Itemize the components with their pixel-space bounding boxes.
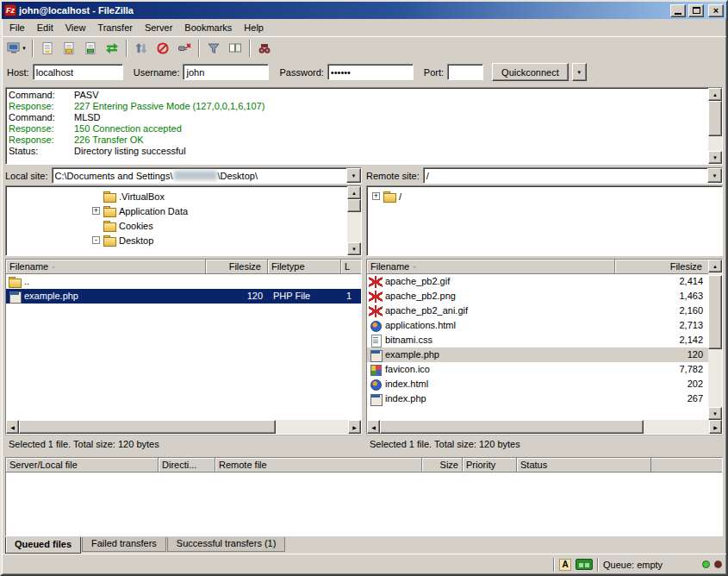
column-header[interactable]: Priority: [463, 458, 517, 472]
transfer-queue-panel: Server/Local file Directi... Remote file…: [5, 457, 723, 536]
tree-item[interactable]: - Desktop: [6, 233, 347, 247]
file-name: apache_pb2_ani.gif: [385, 304, 468, 318]
local-site-combo[interactable]: C:\Documents and Settings\ \Desktop\ ▼: [52, 167, 362, 184]
toggle-queue-button[interactable]: [80, 39, 101, 59]
find-button[interactable]: [254, 39, 275, 59]
column-header[interactable]: Filesize: [615, 260, 708, 273]
column-header[interactable]: Filetype: [268, 260, 341, 273]
close-button[interactable]: ×: [708, 4, 724, 17]
minimize-button[interactable]: [670, 4, 686, 17]
file-name: applications.html: [385, 318, 456, 333]
file-row[interactable]: example.php 120: [367, 347, 708, 362]
log-scrollbar[interactable]: ▲ ▼: [708, 88, 722, 164]
tree-item[interactable]: .VirtualBox: [6, 189, 347, 203]
toggle-log-button[interactable]: [37, 39, 58, 59]
quickconnect-button[interactable]: Quickconnect: [492, 63, 569, 81]
scroll-down-button[interactable]: ▼: [347, 242, 361, 255]
maximize-button[interactable]: [688, 4, 704, 17]
column-header[interactable]: Remote file: [215, 458, 422, 472]
toggle-trees-button[interactable]: [59, 39, 79, 59]
remote-list-hscrollbar[interactable]: ◀ ▶: [367, 420, 722, 434]
local-site-dropdown-button[interactable]: ▼: [346, 168, 361, 183]
column-header[interactable]: Status: [517, 458, 651, 472]
port-input[interactable]: [447, 64, 483, 80]
disconnect-button[interactable]: [174, 39, 195, 59]
scroll-up-button[interactable]: ▲: [347, 186, 361, 199]
local-tree-scrollbar[interactable]: ▲ ▼: [347, 186, 361, 255]
filter-button[interactable]: [203, 39, 224, 59]
file-icon: [8, 276, 22, 288]
queue-tab[interactable]: Failed transfers: [82, 537, 166, 552]
file-row[interactable]: favicon.ico 7,782: [367, 362, 708, 377]
queue-tab[interactable]: Queued files: [5, 537, 81, 554]
file-row[interactable]: index.html 202: [367, 377, 708, 391]
refresh-button[interactable]: [102, 39, 122, 59]
queue-tab[interactable]: Successful transfers (1): [167, 537, 286, 552]
scroll-track[interactable]: [19, 420, 348, 434]
menu-item[interactable]: Server: [139, 20, 178, 35]
scroll-right-button[interactable]: ▶: [709, 420, 722, 434]
tree-expander-icon[interactable]: +: [372, 192, 380, 200]
file-row[interactable]: ..: [6, 274, 361, 289]
remote-site-combo[interactable]: / ▼: [423, 167, 723, 184]
menu-item[interactable]: Bookmarks: [178, 20, 238, 35]
scroll-left-button[interactable]: ◀: [6, 420, 19, 434]
scroll-thumb[interactable]: [708, 275, 722, 349]
scroll-thumb[interactable]: [19, 420, 276, 434]
tree-expander-icon[interactable]: +: [92, 207, 100, 215]
file-row[interactable]: applications.html 2,713: [367, 318, 708, 333]
file-row[interactable]: apache_pb2.png 1,463: [367, 289, 708, 304]
file-row[interactable]: index.php 267: [367, 391, 708, 406]
file-row[interactable]: bitnami.css 2,142: [367, 333, 708, 347]
quickconnect-dropdown-button[interactable]: ▼: [572, 63, 587, 81]
tree-expander-icon[interactable]: -: [92, 236, 100, 244]
column-header[interactable]: L: [341, 260, 361, 273]
toolbar-separator: [32, 40, 34, 57]
queue-body: [6, 473, 722, 535]
scroll-track[interactable]: [708, 101, 722, 151]
column-header-label: Filesize: [670, 261, 702, 272]
remote-list-scrollbar[interactable]: ▲ ▼: [708, 260, 722, 420]
title-bar[interactable]: Fz john@localhost - FileZilla ×: [2, 2, 726, 19]
menu-item[interactable]: Help: [238, 20, 270, 35]
menu-item[interactable]: File: [3, 20, 31, 35]
scroll-down-button[interactable]: ▼: [708, 151, 722, 164]
tree-item[interactable]: Cookies: [6, 218, 347, 233]
file-icon: [369, 276, 383, 288]
menu-item[interactable]: Transfer: [91, 20, 139, 35]
file-row[interactable]: example.php 120 PHP File 1: [6, 289, 361, 304]
column-header[interactable]: Filesize: [206, 260, 268, 273]
scroll-thumb[interactable]: [347, 199, 361, 212]
file-row[interactable]: apache_pb2_ani.gif 2,160: [367, 304, 708, 318]
local-list-hscrollbar[interactable]: ◀ ▶: [6, 420, 361, 434]
scroll-down-button[interactable]: ▼: [708, 407, 722, 420]
file-row[interactable]: apache_pb2.gif 2,414: [367, 274, 708, 289]
host-input[interactable]: [33, 64, 123, 80]
password-input[interactable]: [327, 64, 414, 80]
file-icon: [369, 335, 383, 347]
column-header[interactable]: Size: [422, 458, 463, 472]
scroll-left-button[interactable]: ◀: [367, 420, 380, 434]
tree-item[interactable]: + Application Data: [6, 203, 347, 218]
menu-item[interactable]: View: [59, 20, 92, 35]
process-queue-button[interactable]: [131, 39, 152, 59]
scroll-up-button[interactable]: ▲: [708, 260, 722, 272]
remote-site-dropdown-button[interactable]: ▼: [707, 168, 722, 183]
column-header[interactable]: Server/Local file: [6, 458, 159, 472]
scroll-right-button[interactable]: ▶: [348, 420, 361, 434]
menu-item[interactable]: Edit: [31, 20, 59, 35]
scroll-thumb[interactable]: [708, 101, 722, 136]
scroll-thumb[interactable]: [380, 420, 644, 434]
cancel-button[interactable]: [152, 39, 173, 59]
tree-item[interactable]: + /: [367, 189, 722, 203]
site-manager-button[interactable]: ▼: [5, 39, 28, 59]
column-header[interactable]: Directi...: [159, 458, 215, 472]
column-header[interactable]: Filename ▲: [6, 260, 206, 273]
scroll-track[interactable]: [708, 272, 722, 407]
username-input[interactable]: [183, 64, 269, 80]
scroll-track[interactable]: [347, 199, 361, 242]
scroll-track[interactable]: [380, 420, 709, 434]
column-header[interactable]: Filename ▲: [367, 260, 615, 273]
compare-button[interactable]: [225, 39, 246, 59]
scroll-up-button[interactable]: ▲: [708, 88, 722, 101]
